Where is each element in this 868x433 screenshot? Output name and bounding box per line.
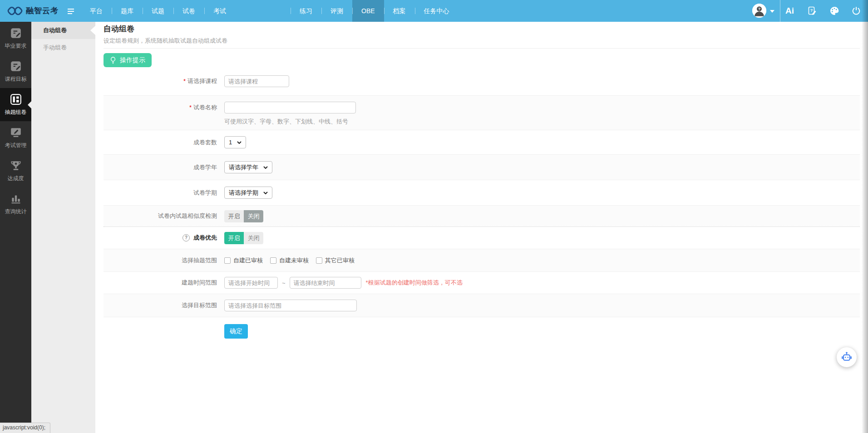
form-row-set-count: 成卷套数 1 <box>104 130 860 154</box>
time-range-label: 建题时间范围 <box>104 277 217 289</box>
sidebar-item-label: 查询统计 <box>5 208 27 216</box>
avatar[interactable]: ? <box>752 4 766 18</box>
form-row-similarity-check: 试卷内试题相似度检测 开启 关闭 <box>104 205 860 226</box>
checkbox-others-reviewed[interactable]: 其它已审核 <box>316 256 355 265</box>
set-count-select[interactable]: 1 <box>224 136 246 148</box>
sidebar-item-exam-management[interactable]: 考试管理 <box>0 121 31 154</box>
similarity-toggle-on[interactable]: 开启 <box>224 210 244 222</box>
sidebar-item-achievement[interactable]: 达成度 <box>0 154 31 187</box>
nav-item-exams[interactable]: 考试 <box>204 0 235 22</box>
chevron-down-icon <box>263 166 268 169</box>
nav-item-papers[interactable]: 试卷 <box>173 0 204 22</box>
required-mark: * <box>183 75 186 87</box>
target-scope-label: 选择目标范围 <box>104 300 217 311</box>
collapse-menu-icon[interactable] <box>67 8 74 15</box>
required-mark: * <box>189 102 192 113</box>
topbar: 融智云考 平台 题库 试题 试卷 考试 练习 评测 OBE 档案 任务中心 ? … <box>0 0 868 22</box>
scope-checkbox-group: 自建已审核 自建未审核 其它已审核 <box>224 256 355 265</box>
svg-text:?: ? <box>758 7 761 11</box>
ai-assistant-button[interactable]: Ai <box>785 0 794 22</box>
school-year-value: 请选择学年 <box>229 163 258 172</box>
feedback-note-icon[interactable]: ? <box>807 6 817 16</box>
paper-name-input[interactable] <box>224 102 356 113</box>
term-value: 请选择学期 <box>229 189 258 197</box>
set-count-value: 1 <box>229 139 232 146</box>
end-time-input[interactable] <box>290 277 361 289</box>
nav-item-questions[interactable]: 试题 <box>143 0 173 22</box>
nav-item-task-center[interactable]: 任务中心 <box>415 0 459 22</box>
sidebar-item-paper-assembly[interactable]: 抽题组卷 <box>0 88 31 121</box>
topbar-divider <box>780 0 780 22</box>
checkbox-icon[interactable] <box>224 257 231 264</box>
priority-toggle-off[interactable]: 关闭 <box>244 232 263 244</box>
chevron-down-icon <box>237 141 242 144</box>
priority-toggle: 开启 关闭 <box>224 232 263 244</box>
operation-tips-button[interactable]: 操作提示 <box>104 53 152 67</box>
browser-status-text: javascript:void(0); <box>0 423 50 433</box>
checkbox-icon[interactable] <box>316 257 322 264</box>
logout-power-icon[interactable] <box>851 6 861 16</box>
similarity-toggle-off[interactable]: 关闭 <box>244 210 263 222</box>
submenu-item-manual-assembly[interactable]: 手动组卷 <box>31 39 95 56</box>
help-question-icon[interactable]: ? <box>182 234 190 241</box>
checkbox-icon[interactable] <box>270 257 276 264</box>
term-select[interactable]: 请选择学期 <box>224 187 272 199</box>
checkbox-self-reviewed[interactable]: 自建已审核 <box>224 256 263 265</box>
sidebar-item-graduation-requirements[interactable]: 毕业要求 <box>0 22 31 55</box>
form-row-school-year: 成卷学年 请选择学年 <box>104 154 860 180</box>
layout-grid-icon <box>10 93 22 105</box>
nav-item-archives[interactable]: 档案 <box>384 0 415 22</box>
confirm-button[interactable]: 确定 <box>224 324 248 339</box>
bar-chart-icon <box>10 193 22 205</box>
submenu-sidebar: 自动组卷 手动组卷 <box>31 22 95 433</box>
sidebar-item-course-objectives[interactable]: 课程目标 <box>0 55 31 88</box>
operation-tips-label: 操作提示 <box>120 56 145 64</box>
checkbox-self-unreviewed[interactable]: 自建未审核 <box>270 256 309 265</box>
question-scope-label: 选择抽题范围 <box>104 255 217 266</box>
paper-name-label: * 试卷名称 <box>104 102 217 113</box>
robot-icon <box>841 351 853 363</box>
sidebar-item-query-statistics[interactable]: 查询统计 <box>0 187 31 221</box>
form-row-course: * 请选择课程 <box>104 67 860 95</box>
top-nav: 平台 题库 试题 试卷 考试 练习 评测 OBE 档案 任务中心 <box>81 0 459 22</box>
document-pencil-icon <box>10 60 22 72</box>
trophy-icon <box>10 160 22 172</box>
school-year-label: 成卷学年 <box>104 162 217 173</box>
lightbulb-icon <box>110 56 116 64</box>
brand-logo-icon <box>7 4 23 18</box>
avatar-dropdown-caret[interactable] <box>770 10 774 13</box>
nav-item-platform[interactable]: 平台 <box>81 0 112 22</box>
priority-toggle-on[interactable]: 开启 <box>224 232 244 244</box>
nav-item-question-bank[interactable]: 题库 <box>112 0 143 22</box>
form-row-term: 试卷学期 请选择学期 <box>104 180 860 205</box>
nav-item-practice[interactable]: 练习 <box>291 0 321 22</box>
main-content: 自动组卷 设定组卷规则，系统随机抽取试题自动组成试卷 操作提示 * 请选择课程 … <box>95 22 868 433</box>
course-label: * 请选择课程 <box>104 75 217 87</box>
svg-text:?: ? <box>810 8 813 13</box>
range-tilde: ~ <box>282 280 286 286</box>
sidebar-item-label: 抽题组卷 <box>5 108 27 116</box>
form-footer: 确定 <box>104 317 860 339</box>
similarity-label: 试卷内试题相似度检测 <box>104 210 217 222</box>
start-time-input[interactable] <box>224 277 278 289</box>
assistant-robot-button[interactable] <box>837 347 857 367</box>
sidebar-item-label: 达成度 <box>8 175 24 182</box>
sidebar-item-label: 课程目标 <box>5 75 27 83</box>
document-pencil-icon <box>10 27 22 39</box>
target-scope-input[interactable] <box>224 300 357 311</box>
form-row-priority: ? 成卷优先 开启 关闭 <box>104 226 860 249</box>
term-label: 试卷学期 <box>104 187 217 199</box>
school-year-select[interactable]: 请选择学年 <box>224 161 272 173</box>
nav-item-obe[interactable]: OBE <box>352 0 384 22</box>
course-input[interactable] <box>224 75 289 87</box>
set-count-label: 成卷套数 <box>104 137 217 148</box>
nav-item-evaluation[interactable]: 评测 <box>321 0 352 22</box>
theme-palette-icon[interactable] <box>829 6 839 16</box>
form-row-target-scope: 选择目标范围 <box>104 294 860 317</box>
similarity-toggle: 开启 关闭 <box>224 210 263 222</box>
paper-name-hint: 可使用汉字、字母、数字、下划线、中线、括号 <box>224 118 348 126</box>
form-row-time-range: 建题时间范围 ~ *根据试题的创建时间做筛选，可不选 <box>104 271 860 294</box>
page-title: 自动组卷 <box>104 24 860 34</box>
auto-assembly-form: * 请选择课程 * 试卷名称 可使用汉字、字母、数字、下划线、中线、括号 成卷套… <box>104 67 860 339</box>
submenu-item-auto-assembly[interactable]: 自动组卷 <box>31 22 95 39</box>
